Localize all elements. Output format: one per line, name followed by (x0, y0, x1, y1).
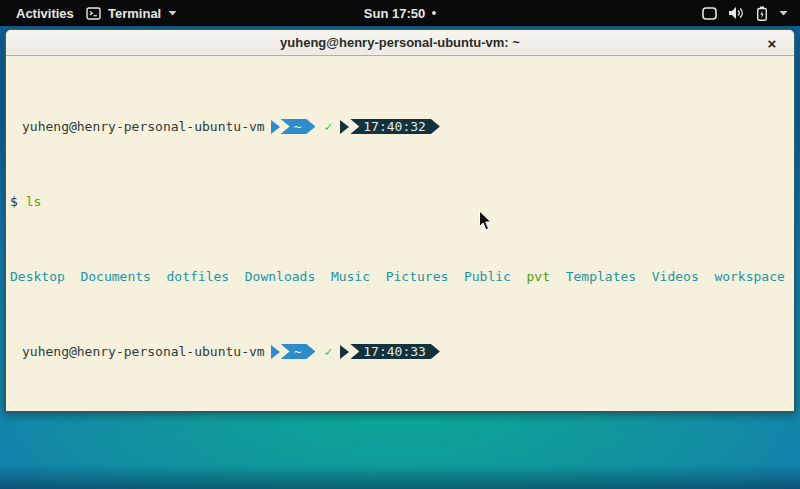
system-status-menu[interactable] (698, 0, 792, 26)
prompt-symbol: $ (10, 194, 18, 209)
prompt-user: yuheng@henry-personal-ubuntu-vm (22, 119, 265, 134)
mouse-pointer-icon (478, 210, 493, 236)
time-label: 17:40:33 (350, 344, 440, 359)
chevron-down-icon (779, 10, 788, 16)
top-bar: Activities Terminal Sun 17:50 (0, 0, 800, 26)
ls-item: workspace (714, 269, 784, 284)
command-line: $ ls (10, 194, 792, 209)
powerline-arrow-icon (340, 120, 349, 134)
desktop: { "top_bar": { "activities_label": "Acti… (0, 0, 800, 489)
clock-label: Sun 17:50 (364, 6, 425, 21)
powerline-arrow-icon (271, 120, 280, 134)
time-label: 17:40:32 (350, 119, 440, 134)
volume-icon (728, 6, 745, 20)
cwd-segment: ~ (271, 119, 316, 134)
window-title: yuheng@henry-personal-ubuntu-vm: ~ (280, 35, 520, 50)
cwd-label: ~ (281, 344, 316, 359)
ls-item: Downloads (245, 269, 315, 284)
notification-dot-icon (432, 11, 436, 15)
terminal-window: yuheng@henry-personal-ubuntu-vm: ~ × yuh… (4, 28, 796, 413)
ls-item: Music (331, 269, 370, 284)
ls-item: pvt (527, 269, 550, 284)
ls-output-row: DesktopDocumentsdotfilesDownloadsMusicPi… (10, 269, 792, 284)
prompt-line: yuheng@henry-personal-ubuntu-vm ~ ✓ 17:4… (10, 119, 792, 134)
ls-item: dotfiles (167, 269, 230, 284)
time-segment: 17:40:33 (340, 344, 440, 359)
terminal-viewport[interactable]: yuheng@henry-personal-ubuntu-vm ~ ✓ 17:4… (6, 56, 794, 412)
ls-item: Desktop (10, 269, 65, 284)
powerline-arrow-icon (271, 345, 280, 359)
clock-menu[interactable]: Sun 17:50 (0, 0, 800, 26)
close-icon[interactable]: × (762, 33, 782, 53)
time-segment: 17:40:32 (340, 119, 440, 134)
window-titlebar[interactable]: yuheng@henry-personal-ubuntu-vm: ~ × (6, 30, 794, 56)
prompt-user: yuheng@henry-personal-ubuntu-vm (22, 344, 265, 359)
prompt-line: yuheng@henry-personal-ubuntu-vm ~ ✓ 17:4… (10, 344, 792, 359)
cwd-segment: ~ (271, 344, 316, 359)
battery-charging-icon (756, 6, 768, 21)
display-icon (702, 7, 717, 20)
cwd-label: ~ (281, 119, 316, 134)
ls-item: Public (464, 269, 511, 284)
command-text: ls (26, 194, 42, 209)
ls-item: Documents (80, 269, 150, 284)
status-check-icon: ✓ (324, 119, 332, 134)
status-check-icon: ✓ (324, 344, 332, 359)
ls-item: Pictures (386, 269, 449, 284)
ls-item: Videos (652, 269, 699, 284)
ls-item: Templates (566, 269, 636, 284)
powerline-arrow-icon (340, 345, 349, 359)
